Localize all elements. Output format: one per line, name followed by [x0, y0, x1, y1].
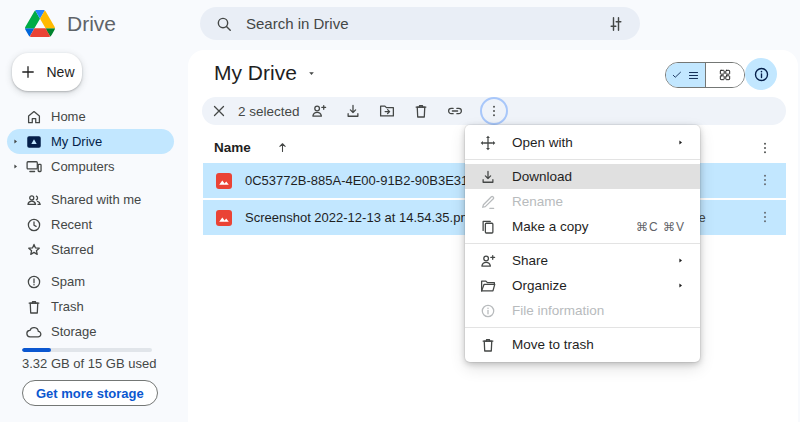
spam-icon: [25, 273, 43, 291]
sidebar-nav-tertiary: Spam Trash Storage: [7, 269, 174, 344]
get-more-storage-button[interactable]: Get more storage: [22, 380, 158, 406]
menu-item-open-with[interactable]: Open with: [465, 130, 700, 155]
home-icon: [25, 108, 43, 126]
submenu-arrow-icon: [676, 281, 685, 290]
clock-icon: [25, 216, 43, 234]
page-title[interactable]: My Drive: [214, 61, 317, 85]
expand-arrow-icon[interactable]: [11, 137, 20, 146]
sidebar-nav-secondary: Shared with me Recent Starred: [7, 187, 174, 262]
tune-icon[interactable]: [606, 14, 626, 34]
view-toggle: [665, 62, 745, 88]
menu-item-move-to-trash[interactable]: Move to trash: [465, 332, 700, 357]
menu-item-shortcut: ⌘C ⌘V: [636, 220, 685, 234]
menu-item-label: Download: [512, 169, 685, 184]
move-to-folder-button[interactable]: [378, 102, 396, 120]
move-to-trash-button[interactable]: [412, 102, 430, 120]
grid-view-button[interactable]: [705, 63, 745, 87]
folder-open-icon: [479, 277, 497, 295]
selection-toolbar: 2 selected: [202, 97, 786, 125]
sidebar-item-computers[interactable]: Computers: [7, 154, 174, 179]
menu-item-label: Organize: [512, 278, 661, 293]
list-view-icon: [687, 69, 700, 82]
download-button[interactable]: [344, 102, 362, 120]
folder-move-icon: [378, 102, 396, 120]
kebab-icon: [757, 209, 773, 225]
sidebar: Drive New Home My Drive Computers: [0, 0, 188, 422]
sidebar-item-my-drive[interactable]: My Drive: [7, 129, 174, 154]
storage-progress-fill: [22, 348, 51, 352]
more-actions-button[interactable]: [480, 97, 508, 125]
copy-icon: [479, 218, 497, 236]
person-add-icon: [310, 102, 328, 120]
info-icon: [479, 302, 497, 320]
check-icon: [671, 69, 683, 81]
menu-item-label: File information: [512, 303, 685, 318]
menu-item-file-information: File information: [465, 298, 700, 323]
search-bar[interactable]: [200, 7, 640, 40]
menu-item-make-a-copy[interactable]: Make a copy ⌘C ⌘V: [465, 214, 700, 239]
image-file-icon: [216, 173, 232, 189]
kebab-icon: [486, 103, 502, 119]
menu-item-download[interactable]: Download: [465, 164, 700, 189]
kebab-icon: [757, 140, 773, 156]
drive-app: Drive New Home My Drive Computers: [0, 0, 800, 422]
download-icon: [479, 168, 497, 186]
pencil-icon: [479, 193, 497, 211]
sidebar-item-starred[interactable]: Starred: [7, 237, 174, 262]
sidebar-item-label: Shared with me: [51, 192, 141, 207]
trash-icon: [479, 336, 497, 354]
sidebar-item-label: Trash: [51, 299, 84, 314]
menu-item-label: Rename: [512, 194, 685, 209]
copy-link-button[interactable]: [446, 102, 464, 120]
menu-item-rename: Rename: [465, 189, 700, 214]
new-button[interactable]: New: [12, 53, 82, 91]
list-view-button[interactable]: [666, 63, 705, 87]
header-more-button[interactable]: [757, 140, 773, 156]
details-button[interactable]: [745, 58, 777, 90]
menu-item-label: Move to trash: [512, 337, 685, 352]
sidebar-item-spam[interactable]: Spam: [7, 269, 174, 294]
search-icon[interactable]: [214, 14, 234, 34]
drive-logo-icon: [25, 10, 55, 37]
info-icon: [752, 65, 771, 84]
menu-divider: [465, 243, 700, 244]
menu-item-label: Make a copy: [512, 219, 621, 234]
context-menu: Open with Download Rename Make a copy ⌘C…: [465, 125, 700, 362]
close-icon: [210, 102, 228, 120]
submenu-arrow-icon: [676, 138, 685, 147]
star-icon: [25, 241, 43, 259]
sidebar-item-home[interactable]: Home: [7, 104, 174, 129]
sidebar-item-trash[interactable]: Trash: [7, 294, 174, 319]
search-input[interactable]: [246, 15, 594, 32]
sidebar-item-shared-with-me[interactable]: Shared with me: [7, 187, 174, 212]
drive-logo[interactable]: Drive: [25, 10, 116, 37]
menu-item-label: Share: [512, 253, 661, 268]
computers-icon: [25, 158, 43, 176]
open-with-icon: [479, 134, 497, 152]
sidebar-item-storage[interactable]: Storage: [7, 319, 174, 344]
share-button[interactable]: [310, 102, 328, 120]
row-more-button[interactable]: [757, 209, 773, 225]
submenu-arrow-icon: [676, 256, 685, 265]
person-add-icon: [479, 252, 497, 270]
name-column-header[interactable]: Name: [214, 140, 290, 155]
plus-icon: [19, 63, 37, 81]
row-more-button[interactable]: [757, 172, 773, 188]
clear-selection-button[interactable]: [210, 102, 228, 120]
sidebar-item-label: Computers: [51, 159, 115, 174]
my-drive-icon: [25, 133, 43, 151]
sidebar-item-recent[interactable]: Recent: [7, 212, 174, 237]
menu-item-share[interactable]: Share: [465, 248, 700, 273]
page-title-label: My Drive: [214, 61, 297, 85]
expand-arrow-icon[interactable]: [11, 162, 20, 171]
sidebar-item-label: Storage: [51, 324, 97, 339]
trash-icon: [25, 298, 43, 316]
sidebar-item-label: Recent: [51, 217, 92, 232]
image-file-icon: [216, 210, 232, 226]
link-icon: [446, 102, 464, 120]
menu-divider: [465, 159, 700, 160]
sort-ascending-icon[interactable]: [275, 140, 290, 155]
trash-icon: [412, 102, 430, 120]
menu-item-organize[interactable]: Organize: [465, 273, 700, 298]
sidebar-item-label: Spam: [51, 274, 85, 289]
